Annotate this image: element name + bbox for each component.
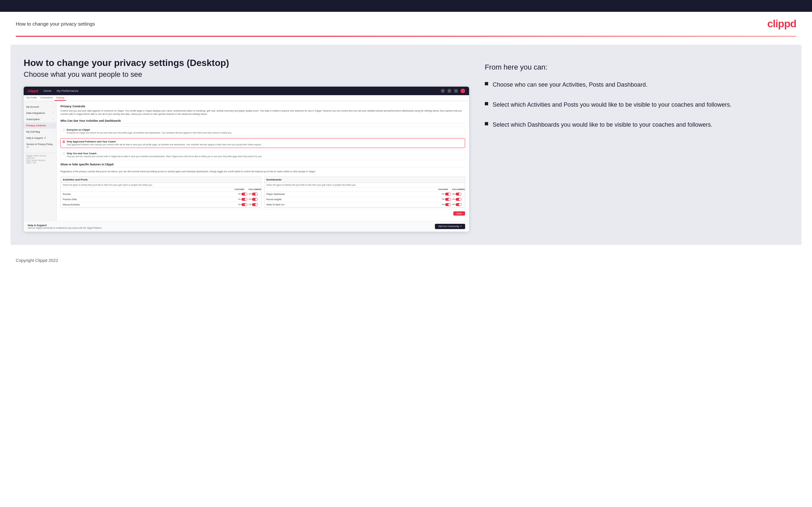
- mock-toggle-rounds: Rounds ON ON: [61, 192, 261, 197]
- bullet-item-1: Choose who can see your Activities, Post…: [485, 81, 789, 89]
- mock-search-icon: [441, 89, 445, 93]
- mock-toggle-insights-coaches: [445, 198, 451, 201]
- mock-nav-right: [441, 89, 465, 93]
- mock-dash-col-followers: FOLLOWERS: [452, 188, 463, 190]
- mock-toggle-work-coaches: [445, 203, 451, 206]
- header-title: How to change your privacy settings: [16, 21, 95, 26]
- mock-toggle-rounds-coaches: [242, 192, 247, 195]
- mock-bell-icon: [454, 89, 458, 93]
- divider: [16, 36, 796, 37]
- mock-radio-followers-desc: Only approved followers and coaches you …: [67, 144, 261, 146]
- left-panel: How to change your privacy settings (Des…: [23, 58, 469, 232]
- bullet-square-1: [485, 82, 488, 85]
- mock-activities-desc: Select the types of activity that you'd …: [61, 183, 261, 187]
- mock-toggle-insights-followers: [456, 198, 461, 201]
- mock-toggle-manual: Manual Activities ON ON: [61, 202, 261, 208]
- footer-text: Copyright Clippd 2022: [16, 258, 58, 263]
- mock-help-desc: Visit our Clippd community to troublesho…: [28, 227, 102, 229]
- right-panel: From here you can: Choose who can see yo…: [485, 58, 789, 232]
- mock-showhide-title: Show or hide specific features in Clippd: [60, 163, 465, 167]
- mock-radio-followers-label: Only Approved Followers and Your Coach: [67, 140, 261, 143]
- screenshot-mockup: clippd Home My Performance My Profile Co…: [23, 87, 469, 232]
- mock-sidebar-help: Help & Support ↗: [23, 135, 56, 141]
- mock-dash-col-coaches: COACHES: [438, 188, 448, 190]
- mock-nav-performance: My Performance: [56, 89, 78, 93]
- mock-toggle-player-followers: [456, 192, 461, 195]
- mock-body: My Account› Data Integrations› Subscript…: [23, 101, 469, 221]
- mock-sidebar-footer: Clippd Client Version: 2022.8.2 SQL Serv…: [23, 153, 56, 165]
- mock-sidebar-account: My Account›: [23, 104, 56, 110]
- mock-visibility-title: Who Can See Your Activities and Dashboar…: [60, 119, 465, 124]
- mock-radio-everyone-desc: Everyone on Clippd can search for you an…: [67, 131, 232, 134]
- main-content: How to change your privacy settings (Des…: [10, 45, 802, 245]
- mock-radio-dot-coach: [62, 152, 65, 155]
- mock-main-area: Privacy Controls Control how you and you…: [56, 101, 469, 221]
- mock-logo: clippd: [28, 89, 38, 93]
- mock-toggle-player-coaches: [445, 192, 451, 195]
- mock-help-section: Help & Support Visit our Clippd communit…: [23, 221, 469, 232]
- mock-col-coaches: COACHES: [234, 188, 245, 190]
- mock-visit-button[interactable]: Visit Our Community ↗: [435, 224, 465, 229]
- mock-tab-connections: Connections: [39, 95, 55, 101]
- mock-privacy-desc: Control how you and your data appears to…: [60, 109, 465, 116]
- mock-sidebar-golfbag: My Golf Bag›: [23, 129, 56, 135]
- mock-radio-dot-followers: [62, 140, 65, 143]
- bullet-item-2: Select which Activities and Posts you wo…: [485, 101, 789, 109]
- mock-tabs: My Profile Connections Settings: [23, 95, 469, 101]
- mock-dashboards-cols: COACHES FOLLOWERS: [264, 187, 465, 192]
- mock-sidebar-subscription: Subscription›: [23, 116, 56, 122]
- mock-radio-everyone: Everyone on Clippd Everyone on Clippd ca…: [60, 126, 465, 136]
- mock-save-button[interactable]: Save: [453, 211, 465, 216]
- mock-radio-coach-label: Only You and Your Coach: [67, 152, 262, 155]
- mock-toggle-work-followers: [456, 203, 461, 206]
- bullet-item-3: Select which Dashboards you would like t…: [485, 121, 789, 129]
- mock-toggle-round-insights: Round Insights ON ON: [264, 197, 465, 202]
- mock-sidebar-service: Service & Privacy Policy ↗: [23, 141, 56, 150]
- mock-help-title: Help & Support: [28, 224, 102, 227]
- mock-activities-header: Activities and Posts: [61, 177, 261, 183]
- mock-activities-panel: Activities and Posts Select the types of…: [60, 177, 261, 208]
- page-heading: How to change your privacy settings (Des…: [23, 58, 469, 68]
- bullet-text-1: Choose who can see your Activities, Post…: [493, 81, 648, 89]
- bullet-list: Choose who can see your Activities, Post…: [485, 81, 789, 129]
- bullet-text-3: Select which Dashboards you would like t…: [493, 121, 712, 129]
- bullet-square-3: [485, 122, 488, 125]
- page-subheading: Choose what you want people to see: [23, 70, 469, 79]
- mock-toggle-drills-followers: [252, 198, 258, 201]
- mock-settings-icon: [447, 89, 451, 93]
- mock-toggle-what-to-work: What To Work On ON ON: [264, 202, 465, 208]
- mock-sidebar: My Account› Data Integrations› Subscript…: [23, 101, 56, 221]
- from-here-title: From here you can:: [485, 63, 789, 71]
- mock-nav-home: Home: [43, 89, 51, 93]
- mock-radio-followers: Only Approved Followers and Your Coach O…: [60, 138, 465, 148]
- header: How to change your privacy settings clip…: [0, 12, 812, 36]
- mock-col-followers: FOLLOWERS: [249, 188, 259, 190]
- mock-radio-coach-desc: Only you and the coaches you connect wit…: [67, 155, 262, 158]
- mock-tab-settings: Settings: [55, 95, 66, 101]
- mock-sidebar-privacy: Privacy Controls›: [23, 122, 56, 129]
- top-bar: [0, 0, 812, 12]
- mock-toggle-rounds-followers: [252, 192, 258, 195]
- mock-radio-dot-everyone: [62, 129, 65, 131]
- mock-toggle-drills: Practice Drills ON ON: [61, 197, 261, 202]
- mock-toggle-player-dashboard: Player Dashboard ON ON: [264, 192, 465, 197]
- mock-toggles-section: Activities and Posts Select the types of…: [60, 177, 465, 208]
- mock-save-row: Save: [60, 209, 465, 218]
- mock-dashboards-header: Dashboards: [264, 177, 465, 183]
- logo: clippd: [767, 18, 796, 30]
- mock-navbar: clippd Home My Performance: [23, 87, 469, 95]
- mock-dashboards-panel: Dashboards Select the types of activity …: [264, 177, 465, 208]
- mock-sidebar-data: Data Integrations›: [23, 110, 56, 116]
- footer: Copyright Clippd 2022: [0, 253, 812, 268]
- mock-showhide-desc: Regardless of the privacy controls that …: [60, 170, 465, 173]
- mock-radio-everyone-label: Everyone on Clippd: [67, 128, 232, 131]
- bullet-text-2: Select which Activities and Posts you wo…: [493, 101, 731, 109]
- mock-radio-group: Everyone on Clippd Everyone on Clippd ca…: [60, 126, 465, 160]
- mock-activities-cols: COACHES FOLLOWERS: [61, 187, 261, 192]
- mock-toggle-manual-coaches: [242, 203, 247, 206]
- mock-toggle-manual-followers: [252, 203, 258, 206]
- bullet-square-2: [485, 102, 488, 105]
- mock-toggle-drills-coaches: [242, 198, 247, 201]
- mock-radio-coach: Only You and Your Coach Only you and the…: [60, 150, 465, 160]
- mock-avatar: [461, 89, 465, 93]
